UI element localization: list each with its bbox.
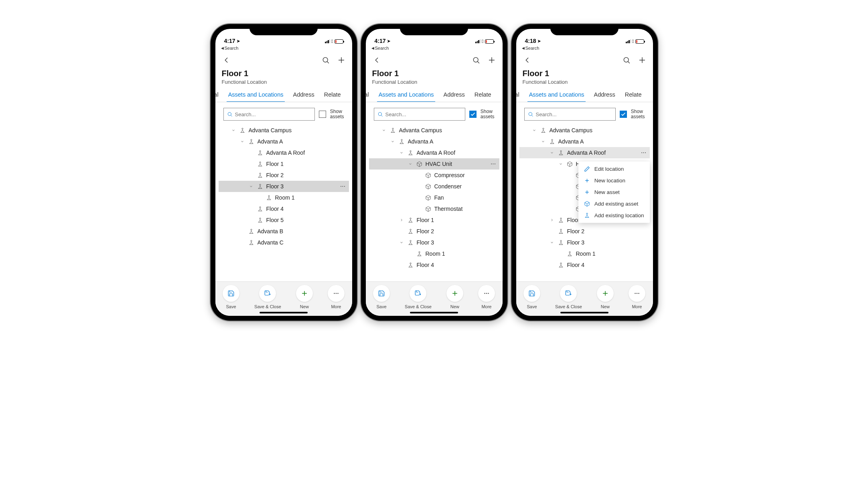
expand-chevron-icon[interactable]	[550, 218, 555, 222]
search-button[interactable]	[472, 56, 480, 64]
back-button[interactable]	[372, 56, 381, 65]
show-assets-checkbox[interactable]	[469, 111, 477, 118]
node-actions-button[interactable]: ···	[491, 161, 496, 167]
search-input-container[interactable]	[374, 108, 465, 121]
tab-address[interactable]: Address	[288, 87, 319, 102]
save-button[interactable]: Save	[223, 285, 239, 309]
save-button[interactable]: Save	[373, 285, 390, 309]
tab-related[interactable]: Relate	[319, 87, 346, 102]
ctx-add-existing-location[interactable]: Add existing location	[578, 210, 650, 221]
tree-node[interactable]: Advanta A	[219, 136, 349, 147]
tab-related[interactable]: Relate	[470, 87, 496, 102]
expand-chevron-icon[interactable]	[541, 139, 546, 143]
home-indicator[interactable]	[560, 312, 608, 313]
tree-node[interactable]: Advanta A Roof	[219, 147, 349, 158]
expand-chevron-icon[interactable]	[382, 128, 387, 132]
expand-chevron-icon[interactable]	[550, 151, 555, 155]
tree-node[interactable]: Floor 4	[219, 203, 349, 214]
tree-node[interactable]: Floor 2	[219, 170, 349, 181]
tree-node[interactable]: Condenser	[369, 181, 499, 192]
tree-node[interactable]: Floor 1	[219, 158, 349, 170]
expand-chevron-icon[interactable]	[231, 128, 236, 132]
new-button[interactable]: New	[446, 285, 463, 309]
tree-node[interactable]: HVAC Unit ···	[369, 158, 499, 170]
tab-assets-locations[interactable]: Assets and Locations	[374, 87, 439, 102]
expand-chevron-icon[interactable]	[559, 162, 564, 166]
save-close-button[interactable]: Save & Close	[555, 285, 582, 309]
tab-general[interactable]: ral	[215, 87, 223, 102]
search-button[interactable]	[322, 56, 330, 64]
save-button[interactable]: Save	[523, 285, 540, 309]
tree-node[interactable]: Floor 3	[369, 237, 499, 248]
tree-node[interactable]: Floor 2	[519, 226, 650, 237]
search-input[interactable]	[385, 111, 462, 117]
expand-chevron-icon[interactable]	[550, 240, 555, 244]
tree-node[interactable]: Advanta B	[219, 226, 349, 237]
save-close-button[interactable]: Save & Close	[254, 285, 281, 309]
search-input-container[interactable]	[524, 108, 616, 121]
expand-chevron-icon[interactable]	[400, 151, 404, 155]
search-input-container[interactable]	[223, 108, 315, 121]
tab-general[interactable]: ral	[516, 87, 524, 102]
more-button[interactable]: More	[478, 285, 495, 309]
expand-chevron-icon[interactable]	[249, 184, 254, 188]
tree-node[interactable]: Room 1	[519, 248, 650, 259]
tree-node[interactable]: Floor 5	[219, 214, 349, 226]
expand-chevron-icon[interactable]	[532, 128, 537, 132]
tree-node[interactable]: Advanta Campus	[369, 125, 499, 136]
tree-node[interactable]: Room 1	[369, 248, 499, 259]
ctx-add-existing-asset[interactable]: Add existing asset	[578, 198, 650, 210]
tree-node[interactable]: Advanta Campus	[219, 125, 349, 136]
tab-general[interactable]: ral	[366, 87, 374, 102]
tree-node[interactable]: Floor 1	[369, 214, 499, 226]
tree-node[interactable]: Floor 2	[369, 226, 499, 237]
tree-node[interactable]: Room 1	[219, 192, 349, 203]
node-actions-button[interactable]: ···	[641, 150, 646, 156]
home-indicator[interactable]	[410, 312, 458, 313]
tab-related[interactable]: Relate	[620, 87, 647, 102]
search-input[interactable]	[536, 111, 612, 117]
more-button[interactable]: More	[629, 285, 645, 309]
expand-chevron-icon[interactable]	[240, 139, 245, 143]
show-assets-checkbox[interactable]	[319, 111, 326, 118]
back-to-search-link[interactable]: ◀Search	[366, 45, 503, 51]
expand-chevron-icon[interactable]	[400, 218, 404, 222]
more-button[interactable]: More	[328, 285, 345, 309]
add-button[interactable]	[638, 56, 647, 65]
tree-node[interactable]: Floor 3 ···	[219, 181, 349, 192]
node-actions-button[interactable]: ···	[340, 184, 345, 189]
tree-node[interactable]: Advanta A	[369, 136, 499, 147]
back-to-search-link[interactable]: ◀Search	[516, 45, 653, 51]
tree-node[interactable]: Advanta Campus	[519, 125, 650, 136]
expand-chevron-icon[interactable]	[391, 139, 395, 143]
show-assets-checkbox[interactable]	[620, 111, 627, 118]
tree-node[interactable]: Thermostat	[369, 203, 499, 214]
new-button[interactable]: New	[296, 285, 313, 309]
expand-chevron-icon[interactable]	[408, 162, 413, 166]
tree-node[interactable]: Advanta A Roof ···	[519, 147, 650, 158]
tab-address[interactable]: Address	[589, 87, 620, 102]
tab-assets-locations[interactable]: Assets and Locations	[524, 87, 589, 102]
tree-node[interactable]: Floor 4	[369, 259, 499, 271]
ctx-new-asset[interactable]: New asset	[578, 186, 650, 198]
tree-node[interactable]: Advanta A Roof	[369, 147, 499, 158]
back-button[interactable]	[222, 56, 231, 65]
tab-address[interactable]: Address	[438, 87, 469, 102]
ctx-edit-location[interactable]: Edit location	[578, 163, 650, 175]
tree-node[interactable]: Advanta C	[219, 237, 349, 248]
new-button[interactable]: New	[597, 285, 614, 309]
tree-node[interactable]: Floor 4	[519, 259, 650, 271]
search-input[interactable]	[235, 111, 311, 117]
add-button[interactable]	[487, 56, 496, 65]
add-button[interactable]	[337, 56, 346, 65]
home-indicator[interactable]	[260, 312, 308, 313]
save-close-button[interactable]: Save & Close	[405, 285, 432, 309]
search-button[interactable]	[623, 56, 631, 64]
tree-node[interactable]: Advanta A	[519, 136, 650, 147]
back-to-search-link[interactable]: ◀Search	[215, 45, 352, 51]
tree-node[interactable]: Fan	[369, 192, 499, 203]
tab-assets-locations[interactable]: Assets and Locations	[223, 87, 288, 102]
expand-chevron-icon[interactable]	[400, 240, 404, 244]
tree-node[interactable]: Compressor	[369, 170, 499, 181]
tree-node[interactable]: Floor 3	[519, 237, 650, 248]
